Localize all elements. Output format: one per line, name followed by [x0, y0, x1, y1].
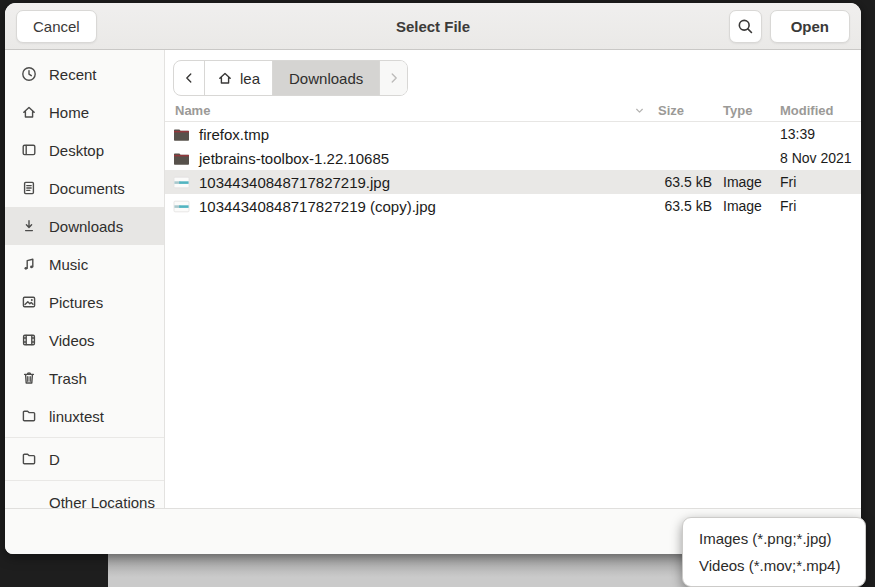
- dialog-body: Recent Home Desktop Documents Downloads …: [5, 50, 861, 508]
- clock-icon: [20, 66, 37, 83]
- home-icon: [20, 104, 37, 121]
- column-header-size[interactable]: Size: [653, 103, 717, 118]
- chevron-right-icon: [387, 71, 401, 85]
- sidebar-item-home[interactable]: Home: [5, 93, 164, 131]
- file-size: 63.5 kB: [653, 174, 717, 190]
- sidebar-item-label: linuxtest: [49, 408, 104, 425]
- video-icon: [20, 332, 37, 349]
- sidebar-item-music[interactable]: Music: [5, 245, 164, 283]
- file-row[interactable]: firefox.tmp 13:39: [165, 122, 861, 146]
- file-modified: 13:39: [775, 126, 861, 142]
- file-name: 10344340848717827219.jpg: [199, 174, 390, 191]
- trash-icon: [20, 370, 37, 387]
- image-thumb-icon: [173, 175, 190, 190]
- file-name-cell: 10344340848717827219.jpg: [165, 174, 653, 191]
- sidebar-item-trash[interactable]: Trash: [5, 359, 164, 397]
- folder-dark-icon: [173, 151, 190, 166]
- download-icon: [20, 218, 37, 235]
- sidebar-item-label: Videos: [49, 332, 95, 349]
- sidebar-item-d[interactable]: D: [5, 440, 164, 478]
- cancel-button[interactable]: Cancel: [16, 10, 97, 43]
- file-filter-popup: Images (*.png;*.jpg)Videos (*.mov;*.mp4): [682, 517, 866, 587]
- file-size: 63.5 kB: [653, 198, 717, 214]
- file-name-cell: 10344340848717827219 (copy).jpg: [165, 198, 653, 215]
- file-name: firefox.tmp: [199, 126, 269, 143]
- folder-icon: [20, 408, 37, 425]
- file-name-cell: firefox.tmp: [165, 126, 653, 143]
- image-thumb-icon: [173, 199, 190, 214]
- pathbar-home-segment[interactable]: lea: [204, 61, 272, 95]
- sidebar-item-label: Recent: [49, 66, 97, 83]
- sidebar-item-linuxtest[interactable]: linuxtest: [5, 397, 164, 435]
- sidebar-item-label: Documents: [49, 180, 125, 197]
- places-sidebar: Recent Home Desktop Documents Downloads …: [5, 50, 165, 508]
- pathbar-current-segment[interactable]: Downloads: [272, 61, 379, 95]
- forward-button[interactable]: [379, 61, 407, 95]
- sidebar-item-label: Home: [49, 104, 89, 121]
- chevron-left-icon: [182, 71, 196, 85]
- filter-option-videos[interactable]: Videos (*.mov;*.mp4): [683, 552, 865, 579]
- file-modified: Fri: [775, 174, 861, 190]
- search-button[interactable]: [729, 10, 762, 43]
- folder-icon: [20, 451, 37, 468]
- open-button[interactable]: Open: [770, 10, 850, 43]
- folder-dark-icon: [173, 127, 190, 142]
- file-modified: Fri: [775, 198, 861, 214]
- music-icon: [20, 256, 37, 273]
- sidebar-item-recent[interactable]: Recent: [5, 55, 164, 93]
- sidebar-item-documents[interactable]: Documents: [5, 169, 164, 207]
- pathbar-row: lea Downloads: [165, 50, 861, 96]
- sidebar-item-label: Trash: [49, 370, 87, 387]
- column-header-modified[interactable]: Modified: [775, 103, 861, 118]
- back-button[interactable]: [174, 61, 204, 95]
- sidebar-item-label: D: [49, 451, 60, 468]
- column-name-label: Name: [175, 103, 210, 118]
- document-icon: [20, 180, 37, 197]
- sidebar-item-label: Music: [49, 256, 88, 273]
- sort-chevron-down-icon: [633, 104, 646, 117]
- search-icon: [737, 18, 754, 35]
- dialog-headerbar: Cancel Select File Open: [5, 3, 861, 50]
- file-list: firefox.tmp 13:39 jetbrains-toolbox-1.22…: [165, 122, 861, 218]
- other-icon: [20, 494, 37, 509]
- headerbar-right-group: Open: [729, 10, 850, 43]
- file-type: Image: [717, 198, 775, 214]
- column-header-type[interactable]: Type: [717, 103, 775, 118]
- sidebar-item-pictures[interactable]: Pictures: [5, 283, 164, 321]
- file-name: jetbrains-toolbox-1.22.10685: [199, 150, 389, 167]
- file-name-cell: jetbrains-toolbox-1.22.10685: [165, 150, 653, 167]
- file-browser-pane: lea Downloads Name Si: [165, 50, 861, 508]
- file-list-header: Name Size Type Modified: [165, 100, 861, 122]
- file-type: Image: [717, 174, 775, 190]
- file-row[interactable]: 10344340848717827219.jpg 63.5 kB Image F…: [165, 170, 861, 194]
- file-chooser-dialog: Cancel Select File Open Recent Home Desk…: [5, 3, 861, 554]
- pathbar-home-label: lea: [240, 70, 260, 87]
- sidebar-item-downloads[interactable]: Downloads: [5, 207, 164, 245]
- file-row[interactable]: 10344340848717827219 (copy).jpg 63.5 kB …: [165, 194, 861, 218]
- column-header-name[interactable]: Name: [165, 103, 653, 118]
- file-row[interactable]: jetbrains-toolbox-1.22.10685 8 Nov 2021: [165, 146, 861, 170]
- sidebar-item-other-locations[interactable]: Other Locations: [5, 483, 164, 508]
- sidebar-item-videos[interactable]: Videos: [5, 321, 164, 359]
- filter-option-images[interactable]: Images (*.png;*.jpg): [683, 525, 865, 552]
- desktop-icon: [20, 142, 37, 159]
- sidebar-item-label: Downloads: [49, 218, 123, 235]
- sidebar-separator: [5, 437, 164, 438]
- sidebar-separator: [5, 480, 164, 481]
- file-modified: 8 Nov 2021: [775, 150, 861, 166]
- sidebar-item-label: Other Locations: [49, 494, 155, 509]
- pathbar: lea Downloads: [173, 60, 408, 96]
- sidebar-item-label: Desktop: [49, 142, 104, 159]
- home-icon: [217, 70, 233, 86]
- file-name: 10344340848717827219 (copy).jpg: [199, 198, 436, 215]
- picture-icon: [20, 294, 37, 311]
- sidebar-item-desktop[interactable]: Desktop: [5, 131, 164, 169]
- sidebar-item-label: Pictures: [49, 294, 103, 311]
